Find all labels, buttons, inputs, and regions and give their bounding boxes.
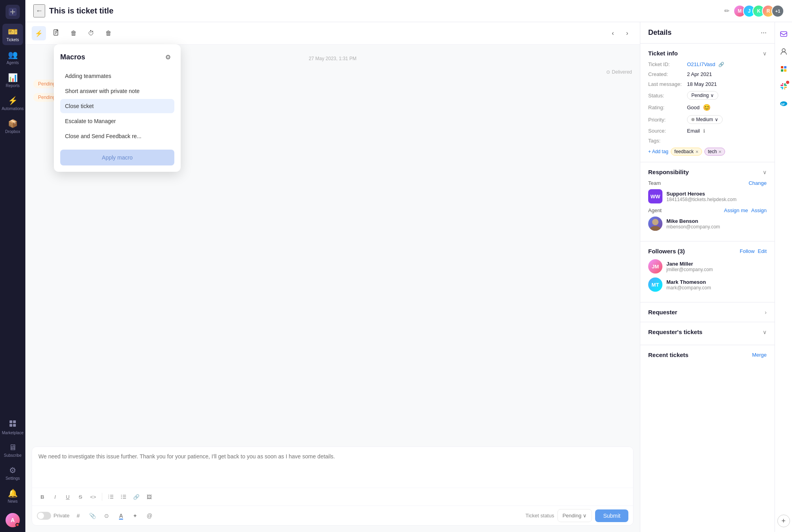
follower-mark-avatar: MT: [648, 277, 662, 292]
follower-jane-info: Jane Miller jmiller@company.com: [666, 261, 767, 272]
status-pill[interactable]: Pending ∨: [687, 91, 718, 100]
private-toggle[interactable]: Private: [37, 512, 69, 520]
format-separator-1: [102, 493, 102, 501]
delete-button[interactable]: 🗑: [101, 26, 116, 40]
strikethrough-button[interactable]: S: [75, 491, 86, 502]
user-avatar[interactable]: A: [6, 513, 20, 527]
macro-item-escalate[interactable]: Escalate to Manager: [60, 114, 174, 128]
requester-section[interactable]: Requester ›: [640, 302, 775, 322]
prev-ticket-button[interactable]: ‹: [607, 27, 619, 40]
delivered-label: Delivered: [612, 69, 632, 75]
next-ticket-button[interactable]: ›: [621, 27, 634, 40]
apply-macro-button[interactable]: Apply macro: [60, 150, 174, 165]
page-title: This is ticket title: [49, 6, 720, 15]
sidebar-item-label: Tickets: [6, 38, 19, 42]
sidebar-item-news[interactable]: 🔔 News: [2, 485, 23, 507]
details-more-button[interactable]: ···: [761, 28, 767, 37]
follower-mark-info: Mark Thomeson mark@company.com: [666, 279, 767, 291]
link-button[interactable]: 🔗: [131, 491, 142, 502]
assign-me-button[interactable]: Assign me: [724, 207, 748, 213]
svg-point-21: [782, 49, 785, 52]
app-logo[interactable]: [6, 5, 20, 19]
at-button[interactable]: @: [144, 510, 155, 521]
bullet-list-button[interactable]: [118, 491, 129, 502]
add-integration-button[interactable]: +: [777, 515, 790, 527]
status-chevron-icon: ∨: [710, 93, 714, 98]
mention-circle-button[interactable]: ⊙: [101, 510, 112, 521]
ticket-id-value[interactable]: O21LI7Vasd: [687, 61, 715, 67]
team-label: Team: [648, 180, 661, 186]
edit-followers-button[interactable]: Edit: [758, 248, 767, 254]
responsibility-chevron[interactable]: ∨: [763, 169, 767, 175]
salesforce-icon-button[interactable]: SF: [777, 97, 791, 111]
add-tag-button[interactable]: + Add tag: [648, 149, 668, 154]
sidebar-item-automations[interactable]: ⚡ Automations: [2, 93, 23, 114]
details-title: Details: [648, 28, 672, 37]
edit-title-icon[interactable]: ✏: [724, 7, 729, 15]
tags-label: Tags:: [648, 138, 684, 144]
hashtag-button[interactable]: #: [73, 510, 84, 521]
copy-id-icon[interactable]: 🔗: [718, 62, 724, 67]
macro-item-close-ticket[interactable]: Close ticket: [60, 99, 174, 113]
grid-icon-button[interactable]: [777, 62, 791, 76]
priority-dot: [691, 118, 695, 121]
tag-feedback-remove[interactable]: ✕: [695, 150, 698, 154]
mail-icon-button[interactable]: [777, 27, 791, 41]
edit-button[interactable]: [49, 26, 63, 40]
merge-button[interactable]: Merge: [752, 352, 767, 358]
priority-pill[interactable]: Medium ∨: [687, 115, 723, 124]
svg-text:3.: 3.: [108, 497, 109, 499]
source-info-icon[interactable]: ℹ: [703, 128, 705, 134]
change-team-button[interactable]: Change: [748, 180, 767, 186]
svg-rect-24: [781, 69, 783, 72]
status-dropdown-button[interactable]: Pending ∨: [557, 509, 592, 522]
sidebar-item-label: Reports: [6, 84, 19, 88]
attachment-button[interactable]: 📎: [87, 510, 98, 521]
text-color-button[interactable]: A: [115, 510, 126, 521]
responsibility-header: Responsibility ∨: [648, 169, 767, 175]
ticket-assignees: M J K R +1: [733, 5, 784, 17]
svg-rect-1: [10, 420, 12, 423]
page-header: ← This is ticket title ✏ M J K R +1: [25, 0, 792, 22]
compose-input[interactable]: We need to investigate this issue furthe…: [32, 447, 633, 486]
sidebar-item-reports[interactable]: 📊 Reports: [2, 70, 23, 91]
follower-jane-email: jmiller@company.com: [666, 267, 767, 272]
notification-dot: [15, 523, 19, 527]
left-sidebar: 🎫 Tickets 👥 Agents 📊 Reports ⚡ Automatio…: [0, 0, 25, 532]
tag-tech-remove[interactable]: ✕: [718, 150, 721, 154]
code-button[interactable]: <>: [88, 491, 99, 502]
follow-button[interactable]: Follow: [740, 248, 755, 254]
clock-button[interactable]: ⏱: [84, 26, 98, 40]
marketplace-icon: [9, 420, 17, 429]
sidebar-item-subscribe[interactable]: 🖥 Subscribe: [2, 440, 23, 461]
toggle-track[interactable]: [37, 512, 51, 520]
macro-item-adding-teammates[interactable]: Adding teammates: [60, 69, 174, 83]
sidebar-item-dropbox[interactable]: 📦 Dropbox: [2, 116, 23, 137]
magic-button[interactable]: ✦: [130, 510, 141, 521]
ticket-info-chevron[interactable]: ∨: [763, 50, 767, 57]
underline-button[interactable]: U: [62, 491, 73, 502]
sidebar-item-settings[interactable]: ⚙ Settings: [2, 462, 23, 484]
person-icon-button[interactable]: [777, 44, 791, 59]
archive-button[interactable]: 🗑: [67, 26, 81, 40]
macros-button[interactable]: ⚡: [32, 26, 46, 40]
assign-button[interactable]: Assign: [751, 207, 767, 213]
macro-item-short-answer[interactable]: Short answer with private note: [60, 84, 174, 98]
team-avatar: WW: [648, 189, 662, 203]
sidebar-item-tickets[interactable]: 🎫 Tickets: [2, 24, 23, 45]
back-button[interactable]: ←: [33, 4, 45, 17]
ordered-list-button[interactable]: 1. 2. 3.: [105, 491, 116, 502]
news-icon: 🔔: [8, 488, 18, 498]
bold-button[interactable]: B: [37, 491, 48, 502]
ticket-id-row: Ticket ID: O21LI7Vasd 🔗: [648, 61, 767, 67]
macros-settings-button[interactable]: ⚙: [162, 51, 174, 63]
team-row: WW Support Heroes 18411458@tickets.helpd…: [648, 189, 767, 203]
submit-button[interactable]: Submit: [595, 509, 628, 522]
sidebar-item-marketplace[interactable]: Marketplace: [2, 416, 23, 438]
image-button[interactable]: 🖼: [143, 491, 155, 502]
sidebar-item-agents[interactable]: 👥 Agents: [2, 47, 23, 68]
requester-tickets-chevron[interactable]: ∨: [763, 329, 767, 335]
macro-item-close-feedback[interactable]: Close and Send Feedback re...: [60, 129, 174, 143]
slack-icon-button[interactable]: [777, 79, 791, 93]
italic-button[interactable]: I: [50, 491, 61, 502]
